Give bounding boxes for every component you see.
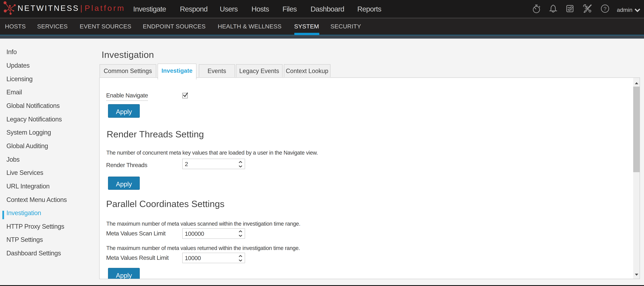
svg-text:?: ?	[604, 6, 606, 12]
